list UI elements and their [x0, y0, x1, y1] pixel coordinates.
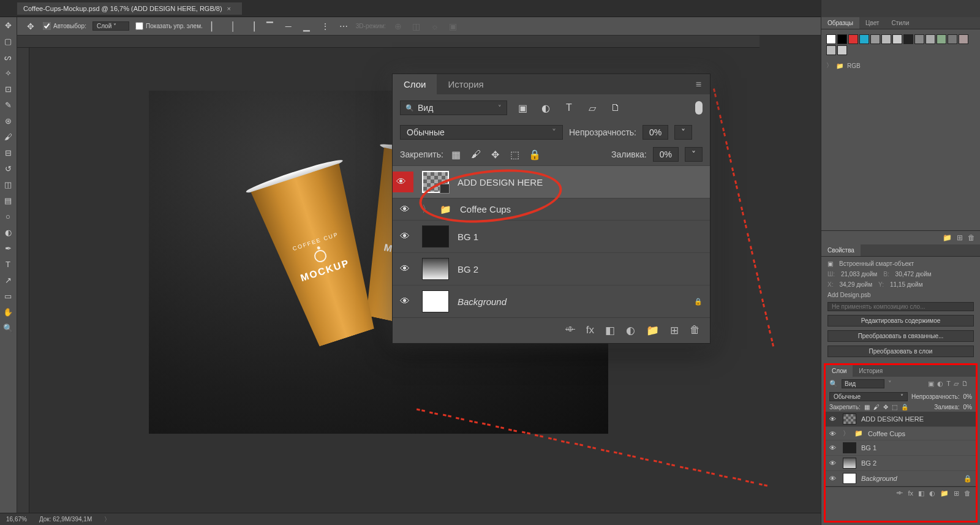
healing-tool[interactable]: ⊛	[0, 113, 16, 129]
layer-name[interactable]: BG 2	[861, 459, 876, 467]
lock-artboard-icon[interactable]: ⬚	[508, 149, 522, 161]
lasso-tool[interactable]: ᔕ	[0, 49, 16, 65]
wand-tool[interactable]: ✧	[0, 65, 16, 81]
swatch[interactable]	[959, 34, 968, 44]
swatch[interactable]	[948, 34, 957, 44]
tab-history[interactable]: История	[437, 74, 494, 94]
layer-thumbnail[interactable]	[843, 458, 856, 469]
tab-swatches[interactable]: Образцы	[821, 17, 859, 29]
expand-icon[interactable]: 〉	[826, 61, 832, 70]
close-icon[interactable]: ×	[227, 5, 231, 12]
swatch[interactable]	[914, 34, 924, 44]
layer-fx-icon[interactable]: fx	[908, 489, 913, 497]
delete-layer-icon[interactable]: 🗑	[964, 489, 971, 497]
dodge-tool[interactable]: ◐	[0, 224, 16, 240]
path-tool[interactable]: ↗	[0, 272, 16, 288]
crop-tool[interactable]: ⊡	[0, 81, 16, 97]
swatch[interactable]	[826, 45, 836, 55]
swatch[interactable]	[892, 34, 902, 44]
layer-mask-icon[interactable]: ◧	[918, 489, 924, 497]
align-center-v-icon[interactable]: ─	[282, 20, 295, 32]
auto-select-mode-select[interactable]: Слой ˅	[92, 21, 129, 31]
lock-transparency-icon[interactable]: ▦	[450, 149, 463, 161]
gradient-tool[interactable]: ▤	[0, 192, 16, 208]
move-tool-icon[interactable]: ✥	[24, 20, 37, 32]
visibility-icon[interactable]: 👁	[400, 231, 413, 242]
lock-transparency-icon[interactable]: ▦	[864, 404, 870, 410]
swatch[interactable]	[881, 34, 891, 44]
layer-name[interactable]: ADD DESIGN HERE	[861, 415, 924, 423]
h-value[interactable]: 30,472 дюйм	[895, 271, 932, 278]
visibility-icon[interactable]: 👁	[400, 204, 413, 215]
layer-fx-icon[interactable]: fx	[586, 324, 594, 337]
layer-thumbnail[interactable]	[422, 225, 449, 247]
layer-name[interactable]: BG 2	[458, 264, 478, 274]
align-bottom-icon[interactable]: ▁	[301, 20, 313, 32]
swatch[interactable]	[826, 34, 836, 44]
edit-contents-button[interactable]: Редактировать содержимое	[827, 315, 974, 327]
eraser-tool[interactable]: ◫	[0, 176, 16, 192]
blend-mode-select[interactable]: Обычные˅	[400, 125, 563, 140]
layer-name[interactable]: Background	[861, 475, 897, 482]
lock-pixels-icon[interactable]: 🖌	[873, 404, 880, 410]
marquee-tool[interactable]: ▢	[0, 33, 16, 49]
pen-tool[interactable]: ✒	[0, 240, 16, 256]
hand-tool[interactable]: ✋	[0, 304, 16, 320]
filter-image-icon[interactable]: ▣	[514, 102, 530, 114]
lock-icon[interactable]: 🔒	[694, 298, 703, 306]
eyedropper-tool[interactable]: ✎	[0, 97, 16, 113]
swatch[interactable]	[859, 34, 869, 44]
lock-position-icon[interactable]: ✥	[489, 149, 502, 161]
lock-all-icon[interactable]: 🔒	[901, 404, 908, 410]
expand-icon[interactable]: 〉	[843, 429, 850, 438]
group-icon[interactable]: 📁	[646, 324, 659, 337]
shape-tool[interactable]: ▭	[0, 288, 16, 304]
align-top-icon[interactable]: ▔	[264, 20, 276, 32]
layer-row-small[interactable]: 👁 BG 1	[826, 440, 976, 456]
layer-name[interactable]: ADD DESIGN HERE	[458, 177, 543, 187]
layer-row-small[interactable]: 👁 ADD DESIGN HERE	[826, 412, 976, 427]
layer-thumbnail[interactable]	[843, 473, 856, 484]
blur-tool[interactable]: ○	[0, 208, 16, 224]
filter-adjustment-icon[interactable]: ◐	[937, 380, 943, 388]
blend-mode-small[interactable]: Обычные˅	[829, 392, 908, 401]
layer-row-small[interactable]: 👁 Background 🔒	[826, 471, 976, 486]
adjustment-layer-icon[interactable]: ◐	[929, 489, 935, 497]
layer-row-small[interactable]: 👁 BG 2	[826, 456, 976, 471]
lock-icon[interactable]: 🔒	[963, 475, 972, 483]
linked-file[interactable]: Add Design.psb	[827, 292, 974, 298]
comp-select[interactable]: Не применять композицию сло...	[827, 302, 974, 311]
visibility-icon[interactable]: 👁	[829, 430, 838, 437]
layer-filter-select[interactable]: 🔍 ˅	[400, 100, 507, 115]
layer-thumbnail[interactable]	[422, 258, 449, 280]
lock-all-icon[interactable]: 🔒	[528, 149, 541, 161]
opacity-value-small[interactable]: 0%	[963, 393, 972, 400]
filter-smartobject-icon[interactable]: 🗋	[962, 380, 968, 388]
link-layers-icon[interactable]: ⬲	[565, 324, 575, 337]
visibility-icon[interactable]: 👁	[829, 459, 838, 467]
fill-value-small[interactable]: 0%	[963, 404, 972, 410]
auto-select-checkbox[interactable]: Автовыбор:	[43, 22, 86, 30]
panel-menu-icon[interactable]: ≡	[687, 79, 710, 90]
layer-row-small[interactable]: 👁 〉 📁 Coffee Cups	[826, 427, 976, 440]
filter-toggle[interactable]	[695, 101, 703, 115]
delete-swatch-icon[interactable]: 🗑	[968, 233, 975, 242]
group-icon[interactable]: 📁	[940, 489, 949, 497]
swatch[interactable]	[837, 34, 847, 44]
x-value[interactable]: 34,29 дюйм	[839, 281, 872, 288]
swatch[interactable]	[837, 45, 847, 55]
opacity-dropdown[interactable]: ˅	[674, 125, 692, 140]
move-tool[interactable]: ✥	[0, 17, 16, 33]
new-layer-icon[interactable]: ⊞	[670, 324, 679, 337]
delete-layer-icon[interactable]: 🗑	[690, 324, 700, 337]
layer-thumbnail[interactable]	[843, 414, 856, 425]
swatch[interactable]	[903, 34, 913, 44]
new-folder-icon[interactable]: 📁	[943, 233, 952, 242]
y-value[interactable]: 11,15 дюйм	[890, 281, 923, 288]
swatch[interactable]	[848, 34, 858, 44]
tab-history-small[interactable]: История	[853, 365, 889, 377]
filter-image-icon[interactable]: ▣	[928, 380, 934, 388]
stamp-tool[interactable]: ⊟	[0, 145, 16, 161]
new-swatch-icon[interactable]: ⊞	[957, 233, 963, 242]
swatch[interactable]	[937, 34, 946, 44]
